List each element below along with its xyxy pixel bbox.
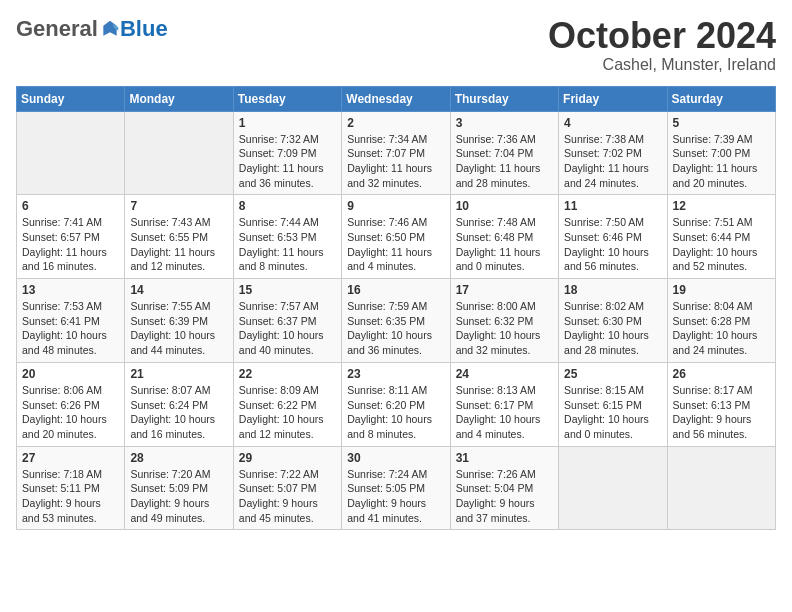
- calendar-cell: 19Sunrise: 8:04 AM Sunset: 6:28 PM Dayli…: [667, 279, 775, 363]
- day-info: Sunrise: 7:18 AM Sunset: 5:11 PM Dayligh…: [22, 467, 119, 526]
- calendar-cell: 4Sunrise: 7:38 AM Sunset: 7:02 PM Daylig…: [559, 111, 667, 195]
- day-number: 7: [130, 199, 227, 213]
- day-info: Sunrise: 7:43 AM Sunset: 6:55 PM Dayligh…: [130, 215, 227, 274]
- calendar-cell: 12Sunrise: 7:51 AM Sunset: 6:44 PM Dayli…: [667, 195, 775, 279]
- day-info: Sunrise: 7:34 AM Sunset: 7:07 PM Dayligh…: [347, 132, 444, 191]
- day-number: 18: [564, 283, 661, 297]
- day-number: 11: [564, 199, 661, 213]
- day-info: Sunrise: 7:50 AM Sunset: 6:46 PM Dayligh…: [564, 215, 661, 274]
- day-info: Sunrise: 7:59 AM Sunset: 6:35 PM Dayligh…: [347, 299, 444, 358]
- calendar-cell: 28Sunrise: 7:20 AM Sunset: 5:09 PM Dayli…: [125, 446, 233, 530]
- calendar-cell: 8Sunrise: 7:44 AM Sunset: 6:53 PM Daylig…: [233, 195, 341, 279]
- day-info: Sunrise: 7:44 AM Sunset: 6:53 PM Dayligh…: [239, 215, 336, 274]
- day-info: Sunrise: 7:51 AM Sunset: 6:44 PM Dayligh…: [673, 215, 770, 274]
- day-info: Sunrise: 7:20 AM Sunset: 5:09 PM Dayligh…: [130, 467, 227, 526]
- calendar-cell: 31Sunrise: 7:26 AM Sunset: 5:04 PM Dayli…: [450, 446, 558, 530]
- day-header-wednesday: Wednesday: [342, 86, 450, 111]
- day-info: Sunrise: 8:09 AM Sunset: 6:22 PM Dayligh…: [239, 383, 336, 442]
- calendar-cell: [17, 111, 125, 195]
- day-number: 10: [456, 199, 553, 213]
- day-info: Sunrise: 7:32 AM Sunset: 7:09 PM Dayligh…: [239, 132, 336, 191]
- day-info: Sunrise: 8:02 AM Sunset: 6:30 PM Dayligh…: [564, 299, 661, 358]
- calendar-table: SundayMondayTuesdayWednesdayThursdayFrid…: [16, 86, 776, 531]
- calendar-cell: 25Sunrise: 8:15 AM Sunset: 6:15 PM Dayli…: [559, 362, 667, 446]
- calendar-cell: [667, 446, 775, 530]
- day-info: Sunrise: 7:24 AM Sunset: 5:05 PM Dayligh…: [347, 467, 444, 526]
- day-number: 20: [22, 367, 119, 381]
- day-number: 28: [130, 451, 227, 465]
- day-header-friday: Friday: [559, 86, 667, 111]
- calendar-cell: 30Sunrise: 7:24 AM Sunset: 5:05 PM Dayli…: [342, 446, 450, 530]
- day-info: Sunrise: 8:17 AM Sunset: 6:13 PM Dayligh…: [673, 383, 770, 442]
- calendar-cell: 27Sunrise: 7:18 AM Sunset: 5:11 PM Dayli…: [17, 446, 125, 530]
- day-number: 4: [564, 116, 661, 130]
- day-info: Sunrise: 7:41 AM Sunset: 6:57 PM Dayligh…: [22, 215, 119, 274]
- calendar-cell: 26Sunrise: 8:17 AM Sunset: 6:13 PM Dayli…: [667, 362, 775, 446]
- day-number: 24: [456, 367, 553, 381]
- calendar-cell: 22Sunrise: 8:09 AM Sunset: 6:22 PM Dayli…: [233, 362, 341, 446]
- page-header: General Blue October 2024 Cashel, Munste…: [16, 16, 776, 74]
- calendar-cell: 17Sunrise: 8:00 AM Sunset: 6:32 PM Dayli…: [450, 279, 558, 363]
- day-number: 19: [673, 283, 770, 297]
- day-number: 1: [239, 116, 336, 130]
- day-info: Sunrise: 7:53 AM Sunset: 6:41 PM Dayligh…: [22, 299, 119, 358]
- day-number: 30: [347, 451, 444, 465]
- day-number: 17: [456, 283, 553, 297]
- day-info: Sunrise: 7:57 AM Sunset: 6:37 PM Dayligh…: [239, 299, 336, 358]
- day-header-tuesday: Tuesday: [233, 86, 341, 111]
- day-number: 26: [673, 367, 770, 381]
- calendar-cell: 6Sunrise: 7:41 AM Sunset: 6:57 PM Daylig…: [17, 195, 125, 279]
- calendar-cell: 7Sunrise: 7:43 AM Sunset: 6:55 PM Daylig…: [125, 195, 233, 279]
- calendar-cell: 15Sunrise: 7:57 AM Sunset: 6:37 PM Dayli…: [233, 279, 341, 363]
- logo-icon: [100, 19, 120, 39]
- calendar-cell: 10Sunrise: 7:48 AM Sunset: 6:48 PM Dayli…: [450, 195, 558, 279]
- day-number: 14: [130, 283, 227, 297]
- day-info: Sunrise: 7:38 AM Sunset: 7:02 PM Dayligh…: [564, 132, 661, 191]
- day-info: Sunrise: 8:07 AM Sunset: 6:24 PM Dayligh…: [130, 383, 227, 442]
- calendar-cell: 5Sunrise: 7:39 AM Sunset: 7:00 PM Daylig…: [667, 111, 775, 195]
- day-number: 27: [22, 451, 119, 465]
- calendar-week-row: 27Sunrise: 7:18 AM Sunset: 5:11 PM Dayli…: [17, 446, 776, 530]
- day-info: Sunrise: 8:04 AM Sunset: 6:28 PM Dayligh…: [673, 299, 770, 358]
- title-block: October 2024 Cashel, Munster, Ireland: [548, 16, 776, 74]
- calendar-cell: [125, 111, 233, 195]
- calendar-cell: 3Sunrise: 7:36 AM Sunset: 7:04 PM Daylig…: [450, 111, 558, 195]
- calendar-week-row: 1Sunrise: 7:32 AM Sunset: 7:09 PM Daylig…: [17, 111, 776, 195]
- calendar-week-row: 20Sunrise: 8:06 AM Sunset: 6:26 PM Dayli…: [17, 362, 776, 446]
- day-info: Sunrise: 7:46 AM Sunset: 6:50 PM Dayligh…: [347, 215, 444, 274]
- calendar-cell: 18Sunrise: 8:02 AM Sunset: 6:30 PM Dayli…: [559, 279, 667, 363]
- logo-general-text: General: [16, 16, 98, 42]
- calendar-cell: 23Sunrise: 8:11 AM Sunset: 6:20 PM Dayli…: [342, 362, 450, 446]
- day-header-saturday: Saturday: [667, 86, 775, 111]
- day-info: Sunrise: 7:26 AM Sunset: 5:04 PM Dayligh…: [456, 467, 553, 526]
- day-header-sunday: Sunday: [17, 86, 125, 111]
- day-number: 12: [673, 199, 770, 213]
- day-info: Sunrise: 7:36 AM Sunset: 7:04 PM Dayligh…: [456, 132, 553, 191]
- day-number: 31: [456, 451, 553, 465]
- day-header-thursday: Thursday: [450, 86, 558, 111]
- day-number: 6: [22, 199, 119, 213]
- day-number: 21: [130, 367, 227, 381]
- calendar-cell: 24Sunrise: 8:13 AM Sunset: 6:17 PM Dayli…: [450, 362, 558, 446]
- day-number: 3: [456, 116, 553, 130]
- day-number: 22: [239, 367, 336, 381]
- calendar-cell: 20Sunrise: 8:06 AM Sunset: 6:26 PM Dayli…: [17, 362, 125, 446]
- calendar-cell: 16Sunrise: 7:59 AM Sunset: 6:35 PM Dayli…: [342, 279, 450, 363]
- calendar-cell: 11Sunrise: 7:50 AM Sunset: 6:46 PM Dayli…: [559, 195, 667, 279]
- day-info: Sunrise: 8:06 AM Sunset: 6:26 PM Dayligh…: [22, 383, 119, 442]
- calendar-cell: 13Sunrise: 7:53 AM Sunset: 6:41 PM Dayli…: [17, 279, 125, 363]
- calendar-week-row: 6Sunrise: 7:41 AM Sunset: 6:57 PM Daylig…: [17, 195, 776, 279]
- calendar-cell: 9Sunrise: 7:46 AM Sunset: 6:50 PM Daylig…: [342, 195, 450, 279]
- day-info: Sunrise: 8:15 AM Sunset: 6:15 PM Dayligh…: [564, 383, 661, 442]
- logo: General Blue: [16, 16, 168, 42]
- logo-blue-text: Blue: [120, 16, 168, 42]
- day-number: 2: [347, 116, 444, 130]
- calendar-week-row: 13Sunrise: 7:53 AM Sunset: 6:41 PM Dayli…: [17, 279, 776, 363]
- location: Cashel, Munster, Ireland: [548, 56, 776, 74]
- day-number: 16: [347, 283, 444, 297]
- day-info: Sunrise: 8:11 AM Sunset: 6:20 PM Dayligh…: [347, 383, 444, 442]
- calendar-cell: 29Sunrise: 7:22 AM Sunset: 5:07 PM Dayli…: [233, 446, 341, 530]
- day-info: Sunrise: 7:55 AM Sunset: 6:39 PM Dayligh…: [130, 299, 227, 358]
- day-header-monday: Monday: [125, 86, 233, 111]
- day-info: Sunrise: 7:39 AM Sunset: 7:00 PM Dayligh…: [673, 132, 770, 191]
